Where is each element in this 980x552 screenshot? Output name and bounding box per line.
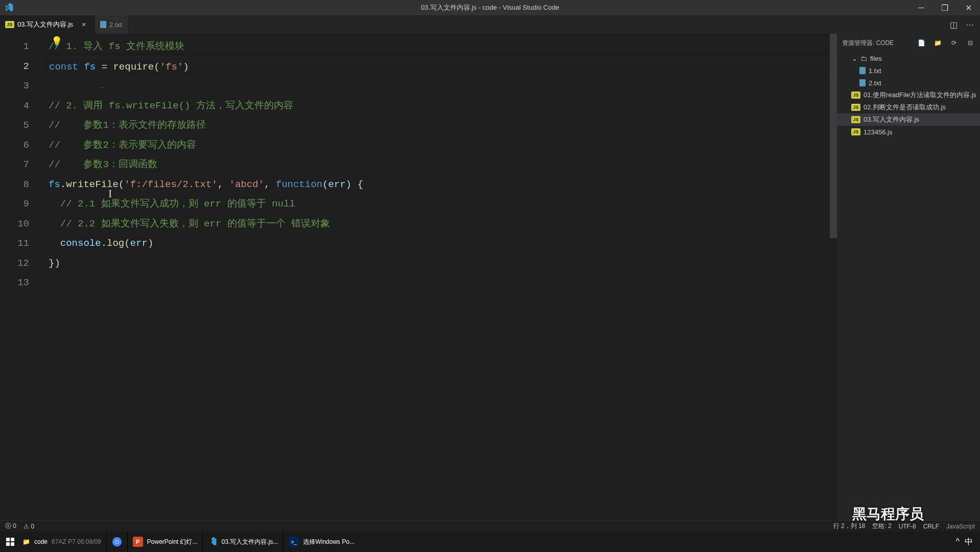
refresh-icon[interactable]: ⟳ <box>949 38 959 48</box>
txt-file-icon <box>100 21 106 28</box>
file-1-txt[interactable]: 1.txt <box>837 64 980 77</box>
file-label: 02.判断文件是否读取成功.js <box>864 103 946 112</box>
minimize-button[interactable]: ─ <box>909 0 933 15</box>
taskbar-item-chrome[interactable] <box>106 532 127 552</box>
chevron-down-icon: ⌄ <box>851 55 857 62</box>
eol[interactable]: CRLF <box>923 523 939 530</box>
file-label: 01.使用readFile方法读取文件的内容.js <box>864 90 976 100</box>
new-folder-icon[interactable]: 📁 <box>933 38 942 48</box>
explorer-sidebar: 资源管理器: CODE 📄 📁 ⟳ ⊟ ⌄ 🗀 files 1.txt 2.tx… <box>837 34 980 520</box>
tab-label: 03.写入文件内容.js <box>17 20 73 29</box>
taskbar-label: 03.写入文件内容.js... <box>221 538 278 546</box>
explorer-title: 资源管理器: CODE <box>842 39 894 48</box>
txt-file-icon <box>859 67 866 74</box>
code-content[interactable]: // 1. 导入 fs 文件系统模块 const fs = require('f… <box>38 37 837 293</box>
js-file-icon: JS <box>851 116 860 123</box>
file-2-txt[interactable]: 2.txt <box>837 77 980 89</box>
powerpoint-icon: P <box>133 537 143 547</box>
file-label: 2.txt <box>869 79 881 87</box>
new-file-icon[interactable]: 📄 <box>917 38 926 48</box>
js-file-icon: JS <box>851 104 860 111</box>
taskbar-item-powershell[interactable]: >_ 选择Windows Po... <box>283 532 360 552</box>
language-mode[interactable]: JavaScript <box>946 523 975 530</box>
taskbar-item-powerpoint[interactable]: P PowerPoint 幻灯... <box>127 532 203 552</box>
taskbar-label: code <box>34 538 48 545</box>
js-file-icon: JS <box>851 91 860 99</box>
js-file-icon: JS <box>851 128 860 135</box>
folder-icon: 🗀 <box>860 55 867 62</box>
editor-scrollbar[interactable] <box>830 34 837 238</box>
split-editor-icon[interactable]: ◫ <box>950 20 958 30</box>
powershell-icon: >_ <box>289 537 299 547</box>
file-01-js[interactable]: JS 01.使用readFile方法读取文件的内容.js <box>837 89 980 101</box>
file-label: 03.写入文件内容.js <box>864 115 919 124</box>
taskbar-label: 67AZ P7 06:08/09 <box>52 538 101 545</box>
folder-files[interactable]: ⌄ 🗀 files <box>837 52 980 64</box>
status-bar: ⓧ 0 ⚠ 0 行 2，列 18 空格: 2 UTF-8 CRLF JavaSc… <box>0 520 980 532</box>
tray-expand-icon[interactable]: ^ <box>955 537 960 546</box>
file-123456-js[interactable]: JS 123456.js <box>837 126 980 138</box>
tab-label: 2.txt <box>109 21 122 29</box>
tab-file-2[interactable]: 2.txt <box>95 15 129 34</box>
vscode-logo-icon <box>0 3 18 12</box>
taskbar-label: 选择Windows Po... <box>303 538 355 546</box>
title-bar: 03.写入文件内容.js - code - Visual Studio Code… <box>0 0 980 15</box>
collapse-all-icon[interactable]: ⊟ <box>966 38 975 48</box>
tab-close-icon[interactable]: × <box>79 20 88 29</box>
windows-taskbar: 📁 code 67AZ P7 06:08/09 P PowerPoint 幻灯.… <box>0 532 980 552</box>
lightbulb-icon[interactable]: 💡 <box>51 36 62 47</box>
txt-file-icon <box>859 79 866 86</box>
errors-icon[interactable]: ⓧ 0 <box>5 522 16 531</box>
file-03-js[interactable]: JS 03.写入文件内容.js <box>837 113 980 126</box>
svg-rect-2 <box>6 542 10 546</box>
start-button[interactable] <box>0 532 20 552</box>
svg-rect-1 <box>11 538 14 541</box>
tab-bar: JS 03.写入文件内容.js × 2.txt ◫ ⋯ <box>0 15 980 34</box>
svg-rect-0 <box>6 538 10 541</box>
js-file-icon: JS <box>5 21 14 28</box>
svg-rect-3 <box>11 542 14 546</box>
watermark-text: 黑马程序员 <box>852 504 924 524</box>
tab-active-file[interactable]: JS 03.写入文件内容.js × <box>0 15 95 34</box>
line-number-gutter: 1 2 3 4 5 6 7 8 9 10 11 12 13 <box>0 37 38 293</box>
file-label: 123456.js <box>864 128 892 136</box>
file-tree: ⌄ 🗀 files 1.txt 2.txt JS 01.使用readFile方法… <box>837 52 980 138</box>
folder-label: files <box>870 55 882 62</box>
vscode-icon <box>208 537 217 546</box>
close-button[interactable]: ✕ <box>956 0 980 15</box>
taskbar-item-vscode[interactable]: 03.写入文件内容.js... <box>202 532 283 552</box>
code-editor[interactable]: 💡 1 2 3 4 5 6 7 8 9 10 11 12 13 // 1. 导入… <box>0 34 837 520</box>
svg-point-6 <box>115 540 119 543</box>
warnings-icon[interactable]: ⚠ 0 <box>24 523 34 530</box>
maximize-button[interactable]: ❐ <box>933 0 956 15</box>
text-cursor-icon: I <box>108 187 112 200</box>
file-02-js[interactable]: JS 02.判断文件是否读取成功.js <box>837 101 980 113</box>
parameter-hint: … <box>100 82 104 90</box>
file-label: 1.txt <box>869 67 881 75</box>
more-actions-icon[interactable]: ⋯ <box>966 20 974 30</box>
ime-indicator[interactable]: 中 <box>962 537 976 547</box>
taskbar-item-explorer[interactable]: 📁 code 67AZ P7 06:08/09 <box>20 532 106 552</box>
window-title: 03.写入文件内容.js - code - Visual Studio Code <box>0 3 980 12</box>
taskbar-label: PowerPoint 幻灯... <box>147 538 198 546</box>
